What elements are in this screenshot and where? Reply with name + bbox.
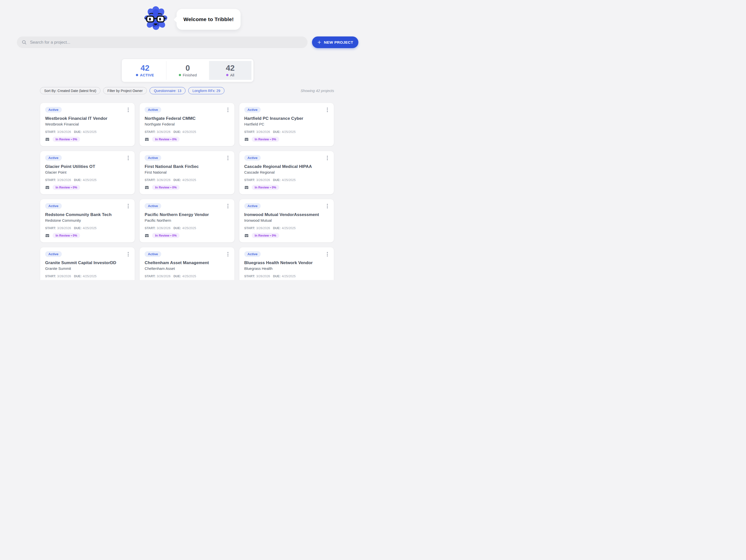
- project-dates: START: 3/26/2026 DUE: 4/25/2025: [145, 178, 229, 182]
- project-subtitle: Ironwood Mutual: [244, 218, 329, 222]
- kebab-menu-icon[interactable]: [127, 251, 130, 257]
- start-label: START:: [244, 226, 255, 230]
- filter-toolbar: Sort By: Created Date (latest first) Fil…: [40, 87, 334, 94]
- project-dates: START: 3/26/2026 DUE: 4/25/2025: [145, 130, 229, 134]
- start-date: 3/26/2026: [157, 275, 171, 278]
- kebab-menu-icon[interactable]: [226, 107, 229, 113]
- due-date: 4/25/2025: [83, 130, 97, 134]
- sort-by-chip[interactable]: Sort By: Created Date (latest first): [40, 87, 101, 94]
- project-card[interactable]: Active Ironwood Mutual VendorAssessment …: [239, 199, 334, 243]
- content-area: Sort By: Created Date (latest first) Fil…: [40, 87, 334, 280]
- start-date: 3/26/2026: [57, 275, 71, 278]
- tribble-mascot-logo: [143, 4, 169, 31]
- project-card[interactable]: Active Hartfield PC Insurance Cyber Hart…: [239, 103, 334, 146]
- start-label: START:: [45, 226, 56, 230]
- kebab-menu-icon[interactable]: [226, 203, 229, 209]
- project-title: Northgate Federal CMMC: [145, 116, 229, 121]
- project-card[interactable]: Active Cascade Regional Medical HIPAA Ca…: [239, 151, 334, 194]
- welcome-text: Welcome to Tribble!: [183, 17, 234, 22]
- project-subtitle: Cheltenham Asset: [145, 267, 229, 271]
- due-label: DUE:: [273, 178, 281, 182]
- due-label: DUE:: [273, 226, 281, 230]
- all-label: All: [230, 73, 234, 77]
- start-date: 3/26/2026: [256, 275, 270, 278]
- questionnaire-chip[interactable]: Questionnaire: 13: [149, 87, 185, 94]
- project-title: Cascade Regional Medical HIPAA: [244, 164, 329, 169]
- due-label: DUE:: [173, 130, 181, 134]
- start-date: 3/26/2026: [256, 178, 270, 182]
- project-title: Hartfield PC Insurance Cyber: [244, 116, 329, 121]
- project-card[interactable]: Active Cheltenham Asset Management Chelt…: [139, 247, 234, 280]
- project-card[interactable]: Active Pacific Northern Energy Vendor Pa…: [139, 199, 234, 243]
- hero-header: Welcome to Tribble!: [0, 0, 373, 36]
- kebab-menu-icon[interactable]: [226, 155, 229, 161]
- stat-all[interactable]: 42 All: [209, 61, 252, 80]
- project-card[interactable]: Active Northgate Federal CMMC Northgate …: [139, 103, 234, 146]
- project-dates: START: 3/26/2026 DUE: 4/25/2025: [244, 178, 329, 182]
- due-date: 4/25/2025: [282, 130, 296, 134]
- kebab-menu-icon[interactable]: [127, 203, 130, 209]
- due-date: 4/25/2025: [83, 275, 97, 278]
- start-date: 3/26/2026: [57, 226, 71, 230]
- search-input[interactable]: [30, 40, 305, 45]
- project-dates: START: 3/26/2026 DUE: 4/25/2025: [244, 226, 329, 230]
- kebab-menu-icon[interactable]: [127, 155, 130, 161]
- kebab-menu-icon[interactable]: [326, 203, 329, 209]
- due-label: DUE:: [74, 178, 82, 182]
- project-card[interactable]: Active Bluegrass Health Network Vendor B…: [239, 247, 334, 280]
- project-title: Ironwood Mutual VendorAssessment: [244, 212, 329, 217]
- kebab-menu-icon[interactable]: [326, 155, 329, 161]
- project-title: Redstone Community Bank Tech: [45, 212, 130, 217]
- table-icon: [145, 137, 149, 142]
- due-label: DUE:: [74, 130, 82, 134]
- project-subtitle: First National: [145, 170, 229, 174]
- project-card[interactable]: Active Westbrook Financial IT Vendor Wes…: [40, 103, 135, 146]
- progress-badge: In Review • 0%: [53, 185, 80, 190]
- project-card[interactable]: Active First National Bank FinSec First …: [139, 151, 234, 194]
- project-card[interactable]: Active Glacier Point Utilities OT Glacie…: [40, 151, 135, 194]
- finished-count: 0: [185, 64, 190, 72]
- project-subtitle: Westbrook Financial: [45, 122, 130, 126]
- project-subtitle: Granite Summit: [45, 267, 130, 271]
- table-icon: [45, 137, 50, 142]
- status-badge: Active: [45, 155, 62, 161]
- active-label: ACTIVE: [140, 73, 154, 77]
- project-dates: START: 3/26/2026 DUE: 4/25/2025: [145, 226, 229, 230]
- longform-rfx-chip[interactable]: Longform RFx: 29: [188, 87, 225, 94]
- all-count: 42: [226, 64, 235, 72]
- new-project-button[interactable]: NEW PROJECT: [312, 36, 358, 48]
- kebab-menu-icon[interactable]: [127, 107, 130, 113]
- project-subtitle: Cascade Regional: [244, 170, 329, 174]
- kebab-menu-icon[interactable]: [226, 251, 229, 257]
- table-icon: [45, 233, 50, 238]
- status-badge: Active: [145, 251, 161, 257]
- due-label: DUE:: [173, 178, 181, 182]
- start-date: 3/26/2026: [157, 178, 171, 182]
- start-label: START:: [145, 226, 155, 230]
- filter-owner-chip[interactable]: Filter by Project Owner: [103, 87, 147, 94]
- due-date: 4/25/2025: [182, 226, 196, 230]
- progress-badge: In Review • 0%: [152, 185, 179, 190]
- start-date: 3/26/2026: [57, 178, 71, 182]
- table-icon: [45, 185, 50, 190]
- due-date: 4/25/2025: [282, 275, 296, 278]
- table-icon: [145, 233, 149, 238]
- kebab-menu-icon[interactable]: [326, 251, 329, 257]
- status-badge: Active: [45, 251, 62, 257]
- due-label: DUE:: [74, 226, 82, 230]
- due-date: 4/25/2025: [282, 226, 296, 230]
- stat-finished[interactable]: 0 Finished: [166, 61, 209, 80]
- kebab-menu-icon[interactable]: [326, 107, 329, 113]
- welcome-speech-bubble: Welcome to Tribble!: [177, 9, 240, 30]
- project-card[interactable]: Active Granite Summit Capital InvestorDD…: [40, 247, 135, 280]
- project-subtitle: Hartfield PC: [244, 122, 329, 126]
- status-badge: Active: [45, 107, 62, 113]
- due-date: 4/25/2025: [83, 178, 97, 182]
- status-badge: Active: [244, 107, 261, 113]
- due-date: 4/25/2025: [182, 275, 196, 278]
- new-project-label: NEW PROJECT: [324, 40, 353, 45]
- project-card[interactable]: Active Redstone Community Bank Tech Reds…: [40, 199, 135, 243]
- project-dates: START: 3/26/2026 DUE: 4/25/2025: [45, 130, 130, 134]
- stat-active[interactable]: 42 ACTIVE: [124, 61, 166, 80]
- project-search-bar[interactable]: [17, 36, 308, 48]
